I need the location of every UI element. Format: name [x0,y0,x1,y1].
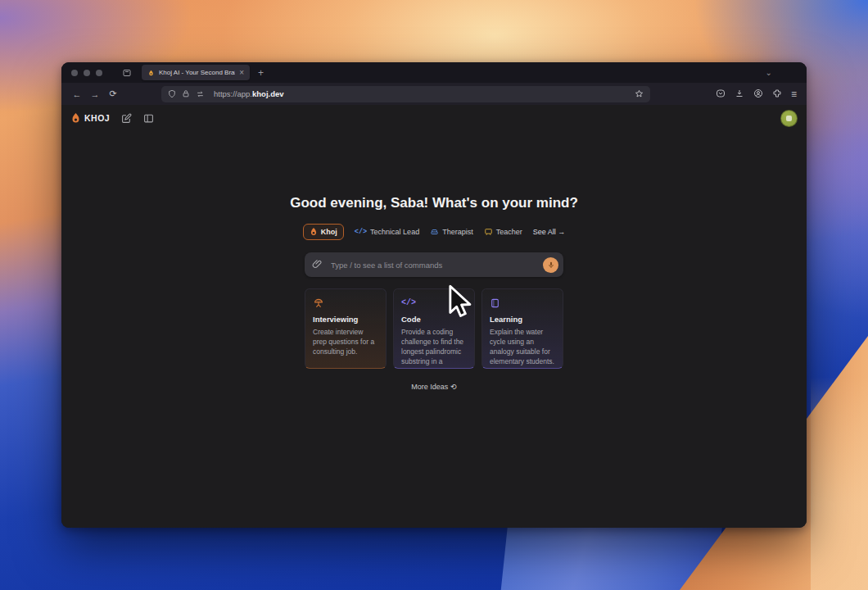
url-bar[interactable]: https://app.khoj.dev [161,86,650,102]
greeting-heading: Good evening, Saba! What's on your mind? [290,195,578,211]
back-button[interactable]: ← [68,89,86,99]
khoj-lantern-icon [70,112,81,125]
account-icon[interactable] [753,87,763,102]
suggestion-card-learning[interactable]: Learning Explain the water cycle using a… [481,288,563,369]
card-title: Interviewing [313,315,378,324]
see-all-agents-link[interactable]: See All → [533,228,566,236]
zoom-window-button[interactable] [96,70,102,76]
card-description: Explain the water cycle using an analogy… [490,328,555,367]
chat-input[interactable] [331,252,537,277]
desktop: Khoj AI - Your Second Brain × + ⌄ ← → ⟳ [0,0,868,590]
reload-button[interactable]: ⟳ [104,88,122,99]
agent-pill-label: Khoj [321,228,337,236]
menu-icon[interactable]: ≡ [791,88,797,100]
suggestion-cards: Interviewing Create interview prep quest… [305,288,563,369]
agent-pill-teacher[interactable]: Teacher [484,228,522,236]
more-ideas-button[interactable]: More Ideas ⟲ [411,383,457,391]
url-text: https://app.khoj.dev [214,89,284,98]
new-tab-button[interactable]: + [258,67,264,79]
user-avatar[interactable] [780,110,798,127]
window-controls [71,70,102,76]
agent-pill-therapist[interactable]: Therapist [430,228,473,236]
new-chat-icon[interactable] [121,113,132,124]
agent-pill-label: Teacher [496,228,522,236]
minimize-window-button[interactable] [84,70,90,76]
agent-pills: Khoj </> Technical Lead Therapist [303,224,565,240]
refresh-icon: ⟲ [450,383,457,391]
blackboard-icon [484,228,493,236]
browser-window: Khoj AI - Your Second Brain × + ⌄ ← → ⟳ [61,62,807,528]
downloads-icon[interactable] [735,87,744,102]
lock-icon[interactable] [182,87,190,102]
suggestion-card-code[interactable]: </> Code Provide a coding challenge to f… [393,288,475,369]
wallpaper-bottom-right-highlight [811,377,868,590]
tab-favicon-khoj-icon [147,66,155,80]
toolbar-right-icons: ≡ [716,87,797,102]
card-description: Provide a coding challenge to find the l… [401,328,467,369]
pocket-icon[interactable] [716,87,726,102]
page-content: KHOJ Good evening, S [61,105,807,528]
tracking-protection-shield-icon[interactable] [168,87,176,102]
chat-input-bar [305,252,563,277]
khoj-logo[interactable]: KHOJ [70,112,110,125]
switch-container-icon[interactable] [196,87,205,102]
code-icon: </> [355,228,367,236]
browser-tab[interactable]: Khoj AI - Your Second Brain × [142,65,250,80]
chat-home: Good evening, Saba! What's on your mind?… [305,195,563,391]
code-icon: </> [401,297,467,309]
card-description: Create interview prep questions for a co… [313,328,378,357]
lamp-icon [313,297,378,309]
microphone-icon [547,261,555,270]
tab-overview-icon[interactable] [122,68,132,78]
agent-pill-label: Therapist [442,228,473,236]
agent-pill-technical-lead[interactable]: </> Technical Lead [355,228,419,236]
bookmark-star-icon[interactable] [635,89,644,98]
attach-paperclip-icon[interactable] [312,258,323,270]
tab-bar: Khoj AI - Your Second Brain × + ⌄ [61,62,807,83]
url-domain: khoj.dev [252,89,284,98]
url-scheme: https://app. [214,89,252,98]
card-title: Code [401,315,467,324]
card-title: Learning [490,315,555,324]
mic-button[interactable] [543,257,558,273]
forward-button[interactable]: → [86,89,104,99]
agent-pill-label: Technical Lead [370,228,419,236]
sidebar-toggle-icon[interactable] [143,113,154,124]
agent-pill-khoj[interactable]: Khoj [303,224,344,240]
khoj-lantern-icon [310,227,318,237]
more-ideas-label: More Ideas [411,383,448,391]
extensions-icon[interactable] [772,87,782,102]
close-window-button[interactable] [71,70,78,76]
app-header: KHOJ [61,105,807,131]
couch-icon [430,228,439,236]
avatar-glyph [786,116,792,121]
navigation-toolbar: ← → ⟳ https:/ [61,83,807,105]
tab-close-icon[interactable]: × [239,69,244,77]
suggestion-card-interviewing[interactable]: Interviewing Create interview prep quest… [305,288,387,369]
book-icon [490,297,555,309]
list-tabs-chevron-icon[interactable]: ⌄ [766,68,772,77]
khoj-logo-text: KHOJ [84,113,110,123]
tab-title: Khoj AI - Your Second Brain [159,69,235,76]
